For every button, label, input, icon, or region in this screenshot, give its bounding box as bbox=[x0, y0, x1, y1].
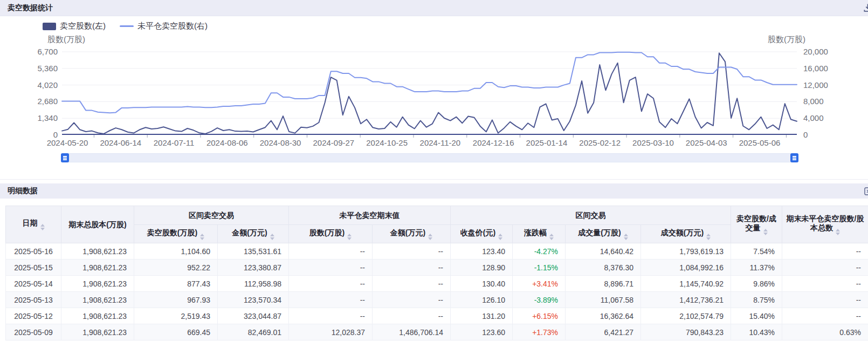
column-header-label: 金额(万元) bbox=[390, 228, 425, 237]
table-row[interactable]: 2025-05-141,908,621.23877.43112,958.98--… bbox=[6, 276, 868, 292]
sort-icon[interactable] bbox=[624, 234, 628, 240]
cell: 10.43% bbox=[731, 324, 782, 340]
cell: -- bbox=[289, 308, 373, 324]
y-axis-tick-label: 1,340 bbox=[37, 113, 58, 122]
cell: 2,102,574.79 bbox=[641, 308, 731, 324]
sort-icon[interactable] bbox=[549, 234, 554, 240]
cell: 1,104.60 bbox=[134, 243, 218, 260]
cell: 1,908,621.23 bbox=[61, 308, 134, 324]
hamburger-lines-icon bbox=[63, 158, 67, 159]
column-header-label: 区间卖空交易 bbox=[189, 211, 234, 220]
download-icon[interactable] bbox=[863, 3, 868, 12]
cell: 1,908,621.23 bbox=[61, 292, 134, 308]
column-header[interactable]: 日期 bbox=[6, 206, 61, 243]
column-header-label: 涨跌幅 bbox=[524, 228, 547, 237]
sort-icon[interactable] bbox=[836, 229, 840, 235]
y-axis-tick-label: 6,700 bbox=[37, 47, 58, 56]
cell: 2025-05-16 bbox=[6, 243, 61, 260]
cell: 1,793,619.13 bbox=[641, 243, 731, 260]
legend-label: 未平仓卖空股数(右) bbox=[137, 21, 208, 31]
cell: 2025-05-15 bbox=[6, 260, 61, 276]
cell: 8,896.71 bbox=[566, 276, 641, 292]
column-header-label: 区间交易 bbox=[576, 211, 606, 220]
column-header[interactable]: 成交量(万股) bbox=[566, 225, 641, 243]
x-axis-tick-label: 2025-01-14 bbox=[526, 138, 568, 147]
cell: 8,376.30 bbox=[566, 260, 641, 276]
cell: 123.60 bbox=[451, 324, 513, 340]
column-header[interactable]: 期末未平仓卖空股数/股本总数 bbox=[782, 206, 868, 243]
cell: 7.54% bbox=[731, 243, 782, 260]
cell: 1,145,740.92 bbox=[641, 276, 731, 292]
sort-icon[interactable] bbox=[706, 234, 711, 240]
sort-icon[interactable] bbox=[347, 234, 352, 240]
column-header[interactable]: 卖空股数/成交量 bbox=[731, 206, 782, 243]
cell: 1,412,736.21 bbox=[641, 292, 731, 308]
x-axis-tick-label: 2024-12-16 bbox=[473, 138, 514, 147]
x-axis-tick-label: 2025-05-06 bbox=[739, 138, 781, 147]
column-header[interactable]: 金额(万元) bbox=[373, 225, 451, 243]
cell: 790,843.23 bbox=[641, 324, 731, 340]
legend-line-swatch bbox=[120, 25, 134, 27]
table-row[interactable]: 2025-05-151,908,621.23952.22123,380.87--… bbox=[6, 260, 868, 276]
y-axis-tick-label: 20,000 bbox=[803, 47, 828, 56]
data-zoom-right-handle[interactable] bbox=[790, 153, 798, 162]
cell: 952.22 bbox=[134, 260, 218, 276]
column-header-label: 股数(万股) bbox=[309, 228, 345, 237]
column-header[interactable]: 收盘价(元) bbox=[451, 225, 513, 243]
legend-item-open-short-shares[interactable]: 未平仓卖空股数(右) bbox=[120, 21, 208, 31]
data-zoom-left-handle[interactable] bbox=[61, 153, 69, 162]
y-axis-tick-label: 5,360 bbox=[37, 64, 58, 73]
sort-icon[interactable] bbox=[428, 234, 432, 240]
table-row[interactable]: 2025-05-121,908,621.232,519.43323,044.87… bbox=[6, 308, 868, 324]
cell: 135,531.61 bbox=[218, 243, 289, 260]
cell: 2025-05-13 bbox=[6, 292, 61, 308]
cell: 14,640.42 bbox=[566, 243, 641, 260]
table-row[interactable]: 2025-05-131,908,621.23967.93123,570.34--… bbox=[6, 292, 868, 308]
cell: 112,958.98 bbox=[218, 276, 289, 292]
cell: +3.41% bbox=[513, 276, 566, 292]
column-header[interactable]: 成交额(万元) bbox=[641, 225, 731, 243]
column-header[interactable]: 金额(万元) bbox=[218, 225, 289, 243]
column-header[interactable]: 股数(万股) bbox=[289, 225, 373, 243]
chart-legend: 卖空股数(左) 未平仓卖空股数(右) bbox=[43, 21, 208, 31]
column-header[interactable]: 卖空股数(万股) bbox=[134, 225, 218, 243]
line-chart-plot[interactable] bbox=[62, 52, 797, 135]
y-axis-tick-label: 2,680 bbox=[37, 97, 58, 106]
x-axis-tick-label: 2024-10-25 bbox=[366, 138, 408, 147]
export-excel-icon[interactable] bbox=[864, 187, 868, 195]
sort-icon[interactable] bbox=[40, 224, 45, 230]
x-axis-tick-label: 2024-07-11 bbox=[154, 138, 195, 147]
column-header-label: 卖空股数/成交量 bbox=[736, 214, 776, 232]
cell: 128.90 bbox=[451, 260, 513, 276]
x-axis-tick-label: 2024-08-06 bbox=[206, 138, 248, 147]
column-header: 区间卖空交易 bbox=[134, 206, 289, 225]
sort-icon[interactable] bbox=[763, 229, 768, 235]
cell: 11,067.58 bbox=[566, 292, 641, 308]
table-header: 日期期末总股本(万股)区间卖空交易未平仓卖空期末值区间交易卖空股数/成交量期末未… bbox=[6, 206, 868, 243]
cell: 1,908,621.23 bbox=[61, 243, 134, 260]
cell: -- bbox=[289, 260, 373, 276]
y-axis-tick-label: 16,000 bbox=[803, 64, 828, 73]
table-section-header: 明细数据 bbox=[0, 183, 868, 199]
sort-icon[interactable] bbox=[498, 234, 502, 240]
sort-icon[interactable] bbox=[270, 234, 274, 240]
table-row[interactable]: 2025-05-161,908,621.231,104.60135,531.61… bbox=[6, 243, 868, 260]
y-axis-tick-label: 4,000 bbox=[803, 113, 824, 122]
cell: 1,486,706.14 bbox=[373, 324, 451, 340]
cell: 8.75% bbox=[731, 292, 782, 308]
cell: 967.93 bbox=[134, 292, 218, 308]
cell: -- bbox=[373, 276, 451, 292]
data-zoom-slider[interactable] bbox=[61, 153, 798, 162]
table-body: 2025-05-161,908,621.231,104.60135,531.61… bbox=[6, 243, 868, 340]
cell: 323,044.87 bbox=[218, 308, 289, 324]
sort-icon[interactable] bbox=[200, 234, 204, 240]
column-header-label: 成交额(万元) bbox=[661, 228, 704, 237]
cell: +6.15% bbox=[513, 308, 566, 324]
column-header[interactable]: 涨跌幅 bbox=[513, 225, 566, 243]
x-axis-tick-label: 2024-08-30 bbox=[260, 138, 301, 147]
cell: -- bbox=[782, 260, 868, 276]
column-header-label: 成交量(万股) bbox=[578, 228, 621, 237]
cell: 1,084,992.16 bbox=[641, 260, 731, 276]
y-axis-tick-label: 4,020 bbox=[37, 80, 58, 90]
table-row[interactable]: 2025-05-091,908,621.23669.4582,469.0112,… bbox=[6, 324, 868, 340]
